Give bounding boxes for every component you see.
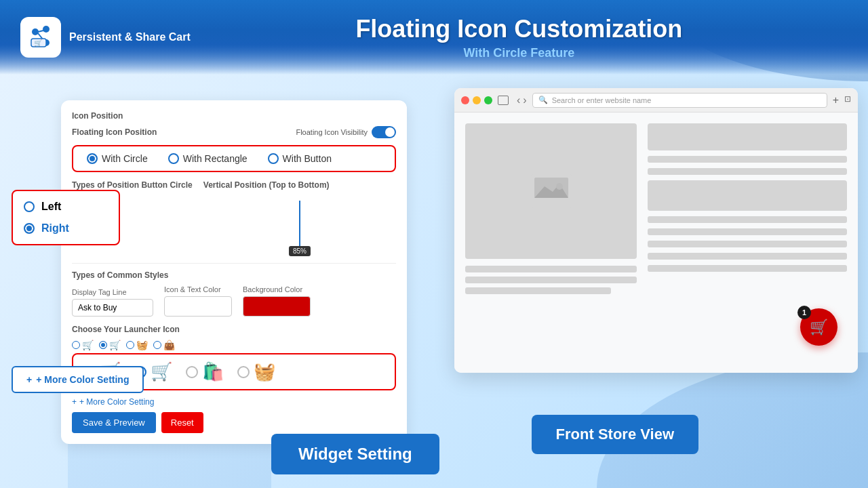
small-radio-4[interactable] [153,341,161,349]
more-color-plus-icon: + [26,374,32,385]
more-color-btn-label: + More Color Setting [36,374,129,385]
add-tab-icon[interactable]: + [833,94,839,106]
tagline-input[interactable] [72,299,153,317]
small-icon-option-1[interactable]: 🛒 [72,340,94,350]
position-types-label: Types of Position Button Circle [72,180,193,190]
small-radio-3[interactable] [126,341,134,349]
icon-type-group: With Circle With Rectangle With Button [72,145,396,172]
svg-point-1 [43,26,50,33]
dot-red [461,96,469,104]
widget-setting-button[interactable]: Widget Setting [271,434,439,474]
small-icon-2: 🛒 [109,340,121,350]
large-radio-4[interactable] [237,366,250,378]
browser-address-bar[interactable]: 🔍 Search or enter website name [532,93,827,108]
browser-nav-btns: ‹ › [517,94,527,106]
large-icon-3: 🛍️ [202,361,224,382]
back-btn[interactable]: ‹ [517,94,520,106]
vertical-position-label: Vertical Position (Top to Bottom) [203,180,396,190]
text-line-3 [465,287,611,294]
text-lines [465,266,637,294]
svg-text:🛒: 🛒 [34,39,43,47]
floating-visibility-toggle[interactable] [372,126,396,138]
bg-color-label: Background Color [243,285,311,293]
style-form-row: Display Tag Line Icon & Text Color Backg… [72,285,396,317]
icon-text-color-swatch[interactable] [164,296,232,317]
icon-type-circle[interactable]: With Circle [87,153,148,164]
radio-left[interactable] [24,201,35,212]
new-window-icon[interactable]: ⊡ [844,94,851,106]
bg-color-swatch[interactable] [243,296,311,317]
dot-green [484,96,492,104]
radio-circle-option[interactable] [87,153,98,164]
block-sm-6 [648,253,847,260]
small-icon-4: 👜 [163,340,175,350]
icon-type-rectangle-label: With Rectangle [183,153,248,164]
small-icon-option-3[interactable]: 🧺 [126,340,148,350]
lr-option-right[interactable]: Right [24,222,108,235]
front-store-view-button[interactable]: Front Store View [532,415,698,454]
common-styles-section: Types of Common Styles Display Tag Line … [72,263,396,317]
small-icon-3: 🧺 [136,340,148,350]
main-title: Floating Icon Customization [191,15,848,43]
tagline-label: Display Tag Line [72,288,153,296]
small-radio-2[interactable] [99,341,107,349]
text-line-2 [465,277,637,283]
floating-position-header: Floating Icon Position Floating Icon Vis… [72,126,396,138]
more-color-button[interactable]: + + More Color Setting [12,366,144,393]
icon-text-color-field: Icon & Text Color [164,285,232,317]
lr-left-label: Left [41,201,61,213]
cart-icon: 🛒 [810,319,828,336]
bg-color-field: Background Color [243,285,311,317]
icon-type-button[interactable]: With Button [268,153,332,164]
radio-rectangle-option[interactable] [168,153,179,164]
launcher-icon-label: Choose Your Launcher Icon [72,325,396,334]
browser-mockup: ‹ › 🔍 Search or enter website name + ⊡ [454,88,858,373]
dot-yellow [473,96,481,104]
header-title-area: Floating Icon Customization With Circle … [191,15,848,60]
vertical-slider[interactable]: 85% [203,195,396,256]
block-md-1 [648,180,847,211]
browser-actions: + ⊡ [833,94,851,106]
section-label: Icon Position [72,111,396,121]
small-icon-option-4[interactable]: 👜 [153,340,175,350]
more-color-link[interactable]: + + More Color Setting [72,397,396,407]
position-lr-container: Left Right [12,190,120,245]
reset-button[interactable]: Reset [161,412,203,433]
logo-text: Persistent & Share Cart [69,30,191,45]
small-radio-1[interactable] [72,341,80,349]
icon-type-button-label: With Button [283,153,332,164]
block-sm-5 [648,241,847,247]
large-icon-4: 🧺 [254,361,275,382]
more-color-setting-area: + + More Color Setting [12,366,144,393]
radio-button-option[interactable] [268,153,279,164]
browser-left [465,123,637,362]
logo-area: 🛒 Persistent & Share Cart [20,17,191,58]
browser-dots [461,96,492,104]
common-styles-label: Types of Common Styles [72,270,396,280]
small-icon-option-2[interactable]: 🛒 [99,340,121,350]
browser-rect-icon [498,96,509,105]
lr-option-left[interactable]: Left [24,201,108,213]
save-preview-button[interactable]: Save & Preview [72,412,156,433]
address-placeholder: Search or enter website name [552,96,652,104]
block-sm-3 [648,216,847,223]
icon-type-circle-label: With Circle [102,153,148,164]
large-icon-option-4[interactable]: 🧺 [237,361,275,382]
launcher-icon-section: Choose Your Launcher Icon 🛒 🛒 🧺 👜 [72,325,396,353]
radio-right[interactable] [24,223,35,234]
svg-point-10 [556,183,563,190]
block-sm-1 [648,156,847,163]
large-radio-3[interactable] [186,366,198,378]
position-row: Types of Position Button Circle Vertical… [72,180,396,256]
browser-toolbar: ‹ › 🔍 Search or enter website name + ⊡ [454,88,858,113]
svg-line-3 [38,30,43,32]
forward-btn[interactable]: › [523,94,526,106]
large-icon-2: 🛒 [151,361,172,382]
floating-cart-button[interactable]: 🛒 1 [800,308,837,346]
icon-type-rectangle[interactable]: With Rectangle [168,153,248,164]
icon-text-color-label: Icon & Text Color [164,285,232,293]
logo-box: 🛒 [20,17,61,58]
floating-visibility-label: Floating Icon Visibility [296,128,368,136]
large-icon-option-3[interactable]: 🛍️ [186,361,224,382]
plus-icon: + [72,397,77,407]
